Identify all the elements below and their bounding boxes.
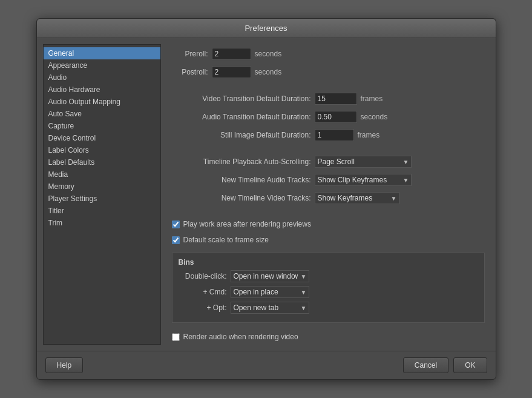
preroll-input[interactable]	[212, 48, 251, 60]
opt-row: + Opt: Open new tabOpen in placeOpen in …	[179, 302, 478, 314]
video-transition-label: Video Transition Default Duration:	[172, 95, 311, 103]
help-button[interactable]: Help	[45, 357, 84, 373]
timeline-playback-label: Timeline Playback Auto-Scrolling:	[172, 158, 311, 166]
cmd-label: + Cmd:	[179, 288, 227, 296]
video-transition-row: Video Transition Default Duration: frame…	[172, 93, 485, 105]
timeline-playback-select[interactable]: Page ScrollSmooth ScrollNo Scroll	[315, 156, 412, 168]
double-click-label: Double-click:	[179, 272, 227, 280]
cmd-select[interactable]: Open in placeOpen in new windowOpen new …	[231, 286, 309, 298]
new-timeline-audio-select-wrapper: Show Clip KeyframesShow Track KeyframesS…	[315, 174, 412, 186]
sidebar-item-capture[interactable]: Capture	[44, 120, 160, 132]
sidebar-item-label-colors[interactable]: Label Colors	[44, 144, 160, 156]
new-timeline-audio-select[interactable]: Show Clip KeyframesShow Track KeyframesS…	[315, 174, 412, 186]
postroll-label: Postroll:	[172, 68, 208, 76]
sidebar-item-general[interactable]: General	[44, 47, 160, 59]
sidebar-item-label-defaults[interactable]: Label Defaults	[44, 156, 160, 168]
new-timeline-audio-row: New Timeline Audio Tracks: Show Clip Key…	[172, 174, 485, 186]
double-click-row: Double-click: Open in new windowOpen in …	[179, 270, 478, 282]
default-scale-label[interactable]: Default scale to frame size	[183, 236, 269, 244]
sidebar-item-audio[interactable]: Audio	[44, 71, 160, 84]
preroll-label: Preroll:	[172, 50, 208, 58]
still-image-unit: frames	[358, 131, 380, 139]
default-scale-row: Default scale to frame size	[172, 236, 485, 244]
dialog-body: GeneralAppearanceAudioAudio HardwareAudi…	[37, 38, 496, 351]
postroll-row: Postroll: seconds	[172, 66, 485, 78]
timeline-playback-row: Timeline Playback Auto-Scrolling: Page S…	[172, 156, 485, 168]
ok-button[interactable]: OK	[453, 357, 487, 373]
sidebar-item-memory[interactable]: Memory	[44, 181, 160, 193]
default-scale-checkbox[interactable]	[172, 236, 180, 244]
play-work-area-checkbox[interactable]	[172, 221, 180, 228]
sidebar-item-player-settings[interactable]: Player Settings	[44, 193, 160, 205]
sidebar-item-trim[interactable]: Trim	[44, 217, 160, 229]
new-timeline-video-row: New Timeline Video Tracks: Show Keyframe…	[172, 192, 485, 204]
play-work-area-label[interactable]: Play work area after rendering previews	[183, 220, 311, 228]
opt-select[interactable]: Open new tabOpen in placeOpen in new win…	[231, 302, 309, 314]
opt-select-wrapper: Open new tabOpen in placeOpen in new win…	[231, 302, 309, 314]
sidebar-item-media[interactable]: Media	[44, 168, 160, 181]
cmd-row: + Cmd: Open in placeOpen in new windowOp…	[179, 286, 478, 298]
video-transition-input[interactable]	[315, 93, 357, 105]
cancel-button[interactable]: Cancel	[403, 357, 448, 373]
new-timeline-video-label: New Timeline Video Tracks:	[172, 194, 311, 202]
sidebar-item-titler[interactable]: Titler	[44, 205, 160, 217]
bins-section: Bins Double-click: Open in new windowOpe…	[172, 253, 485, 323]
audio-transition-label: Audio Transition Default Duration:	[172, 113, 311, 121]
bins-title: Bins	[179, 258, 478, 267]
opt-label: + Opt:	[179, 303, 227, 312]
play-work-area-row: Play work area after rendering previews	[172, 220, 485, 228]
video-transition-unit: frames	[361, 95, 383, 103]
still-image-input[interactable]	[315, 129, 354, 141]
dialog-title: Preferences	[245, 24, 287, 33]
sidebar: GeneralAppearanceAudioAudio HardwareAudi…	[43, 44, 161, 345]
sidebar-item-audio-output-mapping[interactable]: Audio Output Mapping	[44, 96, 160, 108]
still-image-label: Still Image Default Duration:	[172, 131, 311, 139]
timeline-playback-select-wrapper: Page ScrollSmooth ScrollNo Scroll ▼	[315, 156, 412, 168]
cmd-select-wrapper: Open in placeOpen in new windowOpen new …	[231, 286, 309, 298]
dialog-footer: Help Cancel OK	[37, 351, 496, 379]
audio-transition-input[interactable]	[315, 111, 357, 123]
preroll-unit: seconds	[255, 50, 282, 58]
new-timeline-audio-label: New Timeline Audio Tracks:	[172, 176, 311, 184]
postroll-input[interactable]	[212, 66, 251, 78]
preroll-row: Preroll: seconds	[172, 48, 485, 60]
sidebar-item-auto-save[interactable]: Auto Save	[44, 108, 160, 120]
still-image-row: Still Image Default Duration: frames	[172, 129, 485, 141]
postroll-unit: seconds	[255, 68, 282, 76]
new-timeline-video-select[interactable]: Show KeyframesShow Opacity HandlesHide K…	[315, 192, 399, 204]
sidebar-item-audio-hardware[interactable]: Audio Hardware	[44, 84, 160, 96]
sidebar-item-appearance[interactable]: Appearance	[44, 59, 160, 71]
audio-transition-unit: seconds	[361, 113, 388, 121]
render-audio-label[interactable]: Render audio when rendering video	[183, 333, 298, 341]
double-click-select[interactable]: Open in new windowOpen in placeOpen new …	[231, 270, 309, 282]
sidebar-item-device-control[interactable]: Device Control	[44, 132, 160, 144]
double-click-select-wrapper: Open in new windowOpen in placeOpen new …	[231, 270, 309, 282]
title-bar: Preferences	[37, 19, 496, 38]
render-audio-row: Render audio when rendering video	[172, 333, 485, 341]
render-audio-checkbox[interactable]	[172, 333, 180, 341]
main-content: Preroll: seconds Postroll: seconds Video…	[167, 44, 490, 345]
preferences-dialog: Preferences GeneralAppearanceAudioAudio …	[36, 18, 496, 380]
audio-transition-row: Audio Transition Default Duration: secon…	[172, 111, 485, 123]
new-timeline-video-select-wrapper: Show KeyframesShow Opacity HandlesHide K…	[315, 192, 399, 204]
